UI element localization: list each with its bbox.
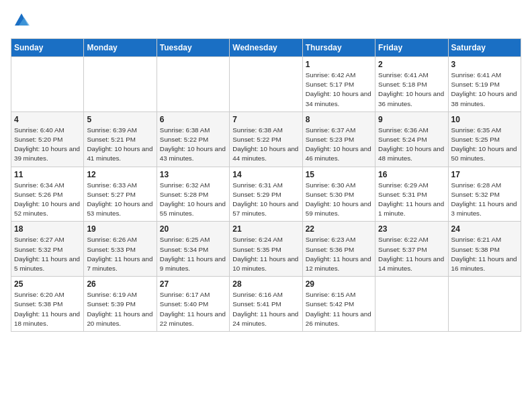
- day-number: 14: [232, 170, 299, 179]
- day-info: Sunrise: 6:23 AMSunset: 5:36 PMDaylight:…: [306, 235, 372, 273]
- calendar-cell: 22Sunrise: 6:23 AMSunset: 5:36 PMDayligh…: [302, 222, 375, 277]
- calendar-week-4: 18Sunrise: 6:27 AMSunset: 5:32 PMDayligh…: [11, 222, 521, 277]
- day-info: Sunrise: 6:37 AMSunset: 5:23 PMDaylight:…: [306, 126, 372, 164]
- calendar-cell: 2Sunrise: 6:41 AMSunset: 5:18 PMDaylight…: [375, 57, 448, 112]
- day-info: Sunrise: 6:30 AMSunset: 5:30 PMDaylight:…: [306, 181, 372, 219]
- day-number: 23: [378, 224, 445, 234]
- day-info: Sunrise: 6:22 AMSunset: 5:37 PMDaylight:…: [378, 235, 445, 273]
- day-info: Sunrise: 6:15 AMSunset: 5:42 PMDaylight:…: [306, 290, 372, 328]
- calendar-cell: [230, 57, 302, 112]
- calendar-cell: 27Sunrise: 6:17 AMSunset: 5:40 PMDayligh…: [157, 277, 229, 332]
- calendar-cell: 6Sunrise: 6:38 AMSunset: 5:22 PMDaylight…: [157, 111, 229, 167]
- day-info: Sunrise: 6:19 AMSunset: 5:39 PMDaylight:…: [87, 290, 153, 328]
- calendar-cell: 19Sunrise: 6:26 AMSunset: 5:33 PMDayligh…: [84, 222, 157, 277]
- day-info: Sunrise: 6:40 AMSunset: 5:20 PMDaylight:…: [14, 126, 81, 164]
- calendar-cell: 15Sunrise: 6:30 AMSunset: 5:30 PMDayligh…: [302, 167, 375, 222]
- calendar-cell: 7Sunrise: 6:38 AMSunset: 5:22 PMDaylight…: [230, 111, 302, 167]
- calendar-cell: [375, 277, 448, 332]
- calendar-cell: [11, 57, 84, 112]
- calendar-table: SundayMondayTuesdayWednesdayThursdayFrid…: [11, 38, 521, 332]
- day-number: 15: [306, 170, 372, 179]
- calendar-week-1: 1Sunrise: 6:42 AMSunset: 5:17 PMDaylight…: [11, 57, 521, 112]
- page-header: [11, 11, 521, 33]
- day-info: Sunrise: 6:39 AMSunset: 5:21 PMDaylight:…: [87, 126, 153, 164]
- day-info: Sunrise: 6:25 AMSunset: 5:34 PMDaylight:…: [160, 235, 226, 273]
- day-number: 9: [378, 115, 445, 124]
- day-number: 26: [87, 279, 153, 289]
- calendar-cell: 16Sunrise: 6:29 AMSunset: 5:31 PMDayligh…: [375, 167, 448, 222]
- day-number: 20: [160, 224, 226, 234]
- day-info: Sunrise: 6:24 AMSunset: 5:35 PMDaylight:…: [232, 235, 299, 273]
- calendar-week-2: 4Sunrise: 6:40 AMSunset: 5:20 PMDaylight…: [11, 111, 521, 167]
- day-info: Sunrise: 6:17 AMSunset: 5:40 PMDaylight:…: [160, 290, 226, 328]
- calendar-cell: 9Sunrise: 6:36 AMSunset: 5:24 PMDaylight…: [375, 111, 448, 167]
- day-number: 12: [87, 170, 153, 179]
- day-info: Sunrise: 6:29 AMSunset: 5:31 PMDaylight:…: [378, 181, 445, 219]
- calendar-cell: [448, 277, 521, 332]
- day-info: Sunrise: 6:38 AMSunset: 5:22 PMDaylight:…: [232, 126, 299, 164]
- logo: [11, 11, 31, 33]
- calendar-cell: 21Sunrise: 6:24 AMSunset: 5:35 PMDayligh…: [230, 222, 302, 277]
- calendar-cell: 11Sunrise: 6:34 AMSunset: 5:26 PMDayligh…: [11, 167, 84, 222]
- calendar-week-3: 11Sunrise: 6:34 AMSunset: 5:26 PMDayligh…: [11, 167, 521, 222]
- calendar-cell: 12Sunrise: 6:33 AMSunset: 5:27 PMDayligh…: [84, 167, 157, 222]
- day-info: Sunrise: 6:27 AMSunset: 5:32 PMDaylight:…: [14, 235, 81, 273]
- calendar-cell: 17Sunrise: 6:28 AMSunset: 5:32 PMDayligh…: [448, 167, 521, 222]
- day-number: 1: [306, 60, 372, 69]
- day-info: Sunrise: 6:34 AMSunset: 5:26 PMDaylight:…: [14, 181, 81, 219]
- calendar-cell: 4Sunrise: 6:40 AMSunset: 5:20 PMDaylight…: [11, 111, 84, 167]
- day-info: Sunrise: 6:32 AMSunset: 5:28 PMDaylight:…: [160, 181, 226, 219]
- day-info: Sunrise: 6:26 AMSunset: 5:33 PMDaylight:…: [87, 235, 153, 273]
- column-header-thursday: Thursday: [302, 39, 375, 57]
- calendar-cell: 1Sunrise: 6:42 AMSunset: 5:17 PMDaylight…: [302, 57, 375, 112]
- column-header-friday: Friday: [375, 39, 448, 57]
- day-number: 19: [87, 224, 153, 234]
- day-number: 28: [232, 279, 299, 289]
- calendar-cell: 25Sunrise: 6:20 AMSunset: 5:38 PMDayligh…: [11, 277, 84, 332]
- calendar-cell: 3Sunrise: 6:41 AMSunset: 5:19 PMDaylight…: [448, 57, 521, 112]
- calendar-cell: [157, 57, 229, 112]
- day-number: 17: [451, 170, 518, 179]
- day-number: 6: [160, 115, 226, 124]
- day-number: 29: [306, 279, 372, 289]
- day-number: 4: [14, 115, 81, 124]
- day-info: Sunrise: 6:38 AMSunset: 5:22 PMDaylight:…: [160, 126, 226, 164]
- day-number: 11: [14, 170, 81, 179]
- day-number: 5: [87, 115, 153, 124]
- calendar-cell: 29Sunrise: 6:15 AMSunset: 5:42 PMDayligh…: [302, 277, 375, 332]
- calendar-cell: 26Sunrise: 6:19 AMSunset: 5:39 PMDayligh…: [84, 277, 157, 332]
- calendar-week-5: 25Sunrise: 6:20 AMSunset: 5:38 PMDayligh…: [11, 277, 521, 332]
- day-info: Sunrise: 6:21 AMSunset: 5:38 PMDaylight:…: [451, 235, 518, 273]
- day-info: Sunrise: 6:42 AMSunset: 5:17 PMDaylight:…: [306, 71, 372, 109]
- day-info: Sunrise: 6:41 AMSunset: 5:19 PMDaylight:…: [451, 71, 518, 109]
- column-header-monday: Monday: [84, 39, 157, 57]
- calendar-cell: [84, 57, 157, 112]
- column-header-tuesday: Tuesday: [157, 39, 229, 57]
- day-info: Sunrise: 6:16 AMSunset: 5:41 PMDaylight:…: [232, 290, 299, 328]
- day-info: Sunrise: 6:35 AMSunset: 5:25 PMDaylight:…: [451, 126, 518, 164]
- logo-icon: [12, 11, 31, 30]
- calendar-cell: 10Sunrise: 6:35 AMSunset: 5:25 PMDayligh…: [448, 111, 521, 167]
- calendar-cell: 13Sunrise: 6:32 AMSunset: 5:28 PMDayligh…: [157, 167, 229, 222]
- logo-text: [11, 11, 31, 33]
- day-info: Sunrise: 6:36 AMSunset: 5:24 PMDaylight:…: [378, 126, 445, 164]
- calendar-cell: 8Sunrise: 6:37 AMSunset: 5:23 PMDaylight…: [302, 111, 375, 167]
- column-header-sunday: Sunday: [11, 39, 84, 57]
- calendar-cell: 18Sunrise: 6:27 AMSunset: 5:32 PMDayligh…: [11, 222, 84, 277]
- day-number: 24: [451, 224, 518, 234]
- day-number: 16: [378, 170, 445, 179]
- calendar-cell: 24Sunrise: 6:21 AMSunset: 5:38 PMDayligh…: [448, 222, 521, 277]
- calendar-cell: 20Sunrise: 6:25 AMSunset: 5:34 PMDayligh…: [157, 222, 229, 277]
- day-number: 27: [160, 279, 226, 289]
- day-number: 21: [232, 224, 299, 234]
- calendar-header-row: SundayMondayTuesdayWednesdayThursdayFrid…: [11, 39, 521, 57]
- day-number: 25: [14, 279, 81, 289]
- day-number: 22: [306, 224, 372, 234]
- day-number: 7: [232, 115, 299, 124]
- day-info: Sunrise: 6:33 AMSunset: 5:27 PMDaylight:…: [87, 181, 153, 219]
- day-info: Sunrise: 6:31 AMSunset: 5:29 PMDaylight:…: [232, 181, 299, 219]
- calendar-cell: 5Sunrise: 6:39 AMSunset: 5:21 PMDaylight…: [84, 111, 157, 167]
- column-header-wednesday: Wednesday: [230, 39, 302, 57]
- day-info: Sunrise: 6:28 AMSunset: 5:32 PMDaylight:…: [451, 181, 518, 219]
- day-number: 13: [160, 170, 226, 179]
